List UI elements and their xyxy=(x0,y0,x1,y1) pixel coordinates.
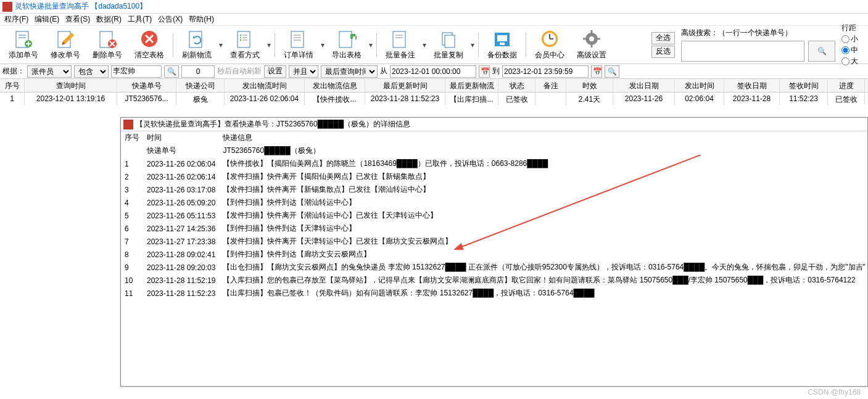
detail-row[interactable]: 92023-11-28 09:20:03【出仓扫描】【廊坊文安云极网点】的兔兔快… xyxy=(121,261,868,274)
and-select[interactable]: 并且 xyxy=(289,65,318,78)
export-button[interactable]: 导出表格 xyxy=(326,28,368,62)
separator xyxy=(478,33,479,57)
detail-row[interactable]: 32023-11-26 03:17:08【发件扫描】快件离开【新锡集散点】已发往… xyxy=(121,183,868,196)
col-header[interactable]: 发出日期 xyxy=(613,79,675,92)
col-header[interactable]: 时效 xyxy=(566,79,613,92)
cell: 2023-11-28 xyxy=(724,93,780,105)
spacing-mid[interactable]: 中 xyxy=(841,45,858,56)
svg-rect-25 xyxy=(291,31,304,47)
toolbar: 添加单号 修改单号 删除单号 清空表格 刷新物流▾ 查看方式▾ 订单详情▾ 导出… xyxy=(0,26,868,64)
menu-view[interactable]: 查看(S) xyxy=(64,14,92,25)
cell: 11:52:23 xyxy=(780,93,828,105)
detail-row[interactable]: 102023-11-28 11:52:19【入库扫描】您的包裹已存放至【菜鸟驿站… xyxy=(121,274,868,287)
svg-point-45 xyxy=(589,36,594,41)
cell: 【出库扫描... xyxy=(445,93,498,105)
invert-select-button[interactable]: 反选 xyxy=(651,46,675,58)
auto-refresh-label: 秒后自动刷新 xyxy=(217,66,262,76)
col-header[interactable]: 发出物流时间 xyxy=(225,79,305,92)
dropdown-icon[interactable]: ▾ xyxy=(266,41,272,49)
cell: 2023-11-26 02:06:04 xyxy=(225,93,305,105)
separator xyxy=(275,33,275,57)
menu-notice[interactable]: 公告(X) xyxy=(156,14,184,25)
grid-row[interactable]: 12023-12-01 13:19:16JT5236576...极兔2023-1… xyxy=(0,93,868,105)
set-button[interactable]: 设置 xyxy=(264,65,286,78)
refresh-seconds[interactable] xyxy=(181,65,215,78)
menu-program[interactable]: 程序(F) xyxy=(2,14,30,25)
menu-tools[interactable]: 工具(T) xyxy=(126,14,154,25)
remark-button[interactable]: 批量备注 xyxy=(379,28,421,62)
col-header[interactable]: 状态 xyxy=(498,79,535,92)
detail-row[interactable]: 72023-11-27 17:23:38【发件扫描】快件离开【天津转运中心】已发… xyxy=(121,235,868,248)
col-header[interactable]: 发出物流信息 xyxy=(305,79,365,92)
settings-button[interactable]: 高级设置 xyxy=(571,28,613,62)
filter-field[interactable]: 派件员 xyxy=(27,65,72,78)
cell: 已签收 xyxy=(498,93,535,105)
date-from[interactable] xyxy=(390,65,476,78)
col-header[interactable]: 最后更新时间 xyxy=(365,79,445,92)
col-header[interactable]: 序号 xyxy=(0,79,25,92)
spacing-label: 行距 xyxy=(841,23,858,33)
col-header[interactable]: 备注 xyxy=(535,79,566,92)
dropdown-icon[interactable]: ▾ xyxy=(421,41,428,49)
cal-icon[interactable]: 📅 xyxy=(591,65,602,78)
col-header[interactable]: 最后更新物流 xyxy=(445,79,498,92)
menu-edit[interactable]: 编辑(E) xyxy=(33,14,61,25)
cal-icon[interactable]: 📅 xyxy=(479,65,490,78)
detail-row[interactable]: 42023-11-26 05:09:20【到件扫描】快件到达【潮汕转运中心】 xyxy=(121,196,868,209)
col-header[interactable]: 签收时间 xyxy=(780,79,828,92)
titlebar: 灵软快递批量查询高手 【dadada5100】 xyxy=(0,0,868,14)
col-header[interactable]: 快递单号 xyxy=(117,79,176,92)
menu-help[interactable]: 帮助(H) xyxy=(187,14,216,25)
cell xyxy=(535,93,566,105)
detail-row[interactable]: 52023-11-26 05:11:53【发件扫描】快件离开【潮汕转运中心】已发… xyxy=(121,209,868,222)
svg-rect-39 xyxy=(500,43,505,45)
detail-row[interactable]: 62023-11-27 14:25:36【到件扫描】快件到达【天津转运中心】 xyxy=(121,222,868,235)
col-header[interactable]: 发出时间 xyxy=(675,79,724,92)
filter-label: 根据： xyxy=(2,66,25,76)
add-button[interactable]: 添加单号 xyxy=(2,28,44,62)
search-icon[interactable]: 🔍 xyxy=(605,65,619,78)
detail-row[interactable]: 112023-11-28 11:52:23【出库扫描】包裹已签收！（凭取件码）如… xyxy=(121,287,868,300)
spacing-large[interactable]: 大 xyxy=(841,56,858,67)
filter-value[interactable] xyxy=(111,65,162,78)
copy-button[interactable]: 批量复制 xyxy=(428,28,469,62)
dropdown-icon[interactable]: ▾ xyxy=(469,41,476,49)
detail-title: 【灵软快递批量查询高手】查看快递单号：JT52365760█████（极兔）的详… xyxy=(136,119,410,130)
search-icon[interactable]: 🔍 xyxy=(164,65,179,78)
spacing-small[interactable]: 小 xyxy=(841,34,858,44)
select-all-button[interactable]: 全选 xyxy=(651,32,675,44)
delete-button[interactable]: 删除单号 xyxy=(86,28,128,62)
detail-row[interactable]: 22023-11-26 02:06:14【发件扫描】快件离开【揭阳仙美网点】已发… xyxy=(121,170,868,183)
detail-row[interactable]: 82023-11-28 09:02:41【到件扫描】快件到达【廊坊文安云极网点】 xyxy=(121,248,868,261)
col-header[interactable]: 签收日期 xyxy=(724,79,780,92)
filter-op[interactable]: 包含 xyxy=(74,65,109,78)
dropdown-icon[interactable]: ▾ xyxy=(320,41,326,49)
svg-rect-16 xyxy=(189,31,202,47)
svg-marker-31 xyxy=(355,35,357,40)
lookup-button[interactable]: 查看方式 xyxy=(224,28,266,62)
backup-button[interactable]: 备份数据 xyxy=(481,28,523,62)
from-label: 从 xyxy=(380,66,387,76)
adv-search-input[interactable] xyxy=(681,41,804,62)
cell: 02:06:04 xyxy=(675,93,724,105)
watermark: CSDN @fhy168 xyxy=(808,388,861,397)
svg-rect-36 xyxy=(445,35,455,47)
vip-button[interactable]: 会员中心 xyxy=(529,28,571,62)
svg-rect-32 xyxy=(393,31,405,47)
col-header[interactable]: 查询时间 xyxy=(25,79,117,92)
edit-button[interactable]: 修改单号 xyxy=(44,28,86,62)
lasttime-select[interactable]: 最后查询时间 xyxy=(321,65,378,78)
menu-data[interactable]: 数据(R) xyxy=(94,14,123,25)
dropdown-icon[interactable]: ▾ xyxy=(218,41,224,49)
col-header[interactable]: 快递公司 xyxy=(176,79,225,92)
detail-button[interactable]: 订单详情 xyxy=(278,28,320,62)
refresh-button[interactable]: 刷新物流 xyxy=(176,28,218,62)
cell: 2023-11-26 xyxy=(613,93,675,105)
adv-search-button[interactable]: 🔍 xyxy=(808,41,835,62)
date-to[interactable] xyxy=(502,65,589,78)
detail-row[interactable]: 12023-11-26 02:06:04【快件揽收】【揭阳仙美网点】的陈晓兰（1… xyxy=(121,157,868,170)
dropdown-icon[interactable]: ▾ xyxy=(368,41,374,49)
col-header[interactable]: 进度 xyxy=(828,79,865,92)
cell: 已签收 xyxy=(828,93,865,105)
clear-button[interactable]: 清空表格 xyxy=(128,28,170,62)
